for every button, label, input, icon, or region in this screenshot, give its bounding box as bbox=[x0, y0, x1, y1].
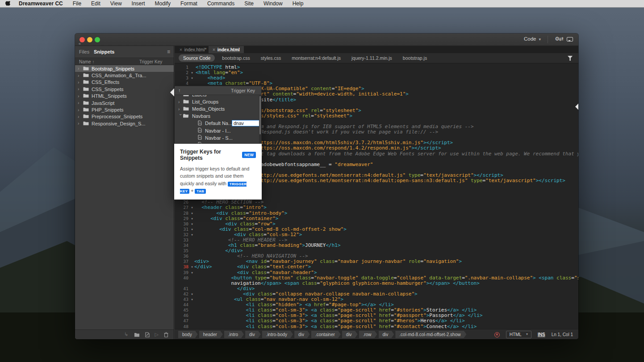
menu-dreamweaver-cc[interactable]: Dreamweaver CC bbox=[19, 0, 63, 7]
snippet-tree-row[interactable]: ›Media_Objects bbox=[175, 105, 259, 112]
panel-menu-icon[interactable]: ≡ bbox=[167, 49, 170, 55]
menu-help[interactable]: Help bbox=[293, 0, 304, 7]
chevron-right-icon[interactable]: › bbox=[78, 100, 83, 105]
fold-arrow-icon[interactable]: ▼ bbox=[188, 291, 196, 297]
fold-arrow-icon[interactable]: ▼ bbox=[188, 227, 196, 232]
doc-tab-index.html[interactable]: ×index.html bbox=[209, 46, 244, 53]
tag-selector[interactable]: .row bbox=[359, 331, 377, 338]
filter-icon[interactable] bbox=[568, 56, 573, 61]
snippet-tree-row[interactable]: ›List_Groups bbox=[175, 98, 259, 105]
chevron-right-icon[interactable]: › bbox=[78, 121, 83, 126]
menu-format[interactable]: Format bbox=[180, 0, 197, 7]
column-trigger-key[interactable]: Trigger Key bbox=[139, 59, 162, 64]
related-file-0[interactable]: Source Code bbox=[179, 54, 215, 62]
snippet-folder-row[interactable]: ›JavaScript bbox=[75, 100, 174, 106]
menu-window[interactable]: Window bbox=[263, 0, 283, 7]
hidden-panel-grip[interactable] bbox=[575, 103, 578, 110]
view-mode-dropdown[interactable]: Code▾ bbox=[524, 36, 541, 42]
menu-site[interactable]: Site bbox=[244, 0, 254, 7]
apple-icon[interactable] bbox=[5, 1, 11, 7]
tag-selector[interactable]: div bbox=[294, 331, 310, 338]
chevron-right-icon[interactable]: › bbox=[178, 107, 183, 112]
apply-snippet-icon[interactable]: ▷ bbox=[155, 332, 159, 337]
tag-selector[interactable]: .container bbox=[311, 331, 341, 338]
tag-selector[interactable]: .col-md-8.col-md-offset-2.show bbox=[395, 331, 466, 338]
window-titlebar[interactable]: Code▾ ⚙⇄ bbox=[75, 33, 578, 46]
menu-view[interactable]: View bbox=[110, 0, 122, 7]
related-file-1[interactable]: bootstrap.css bbox=[222, 55, 250, 61]
snippet-folder-row[interactable]: ›HTML_Snippets bbox=[75, 93, 174, 100]
scrollbar[interactable] bbox=[259, 95, 261, 143]
related-file-5[interactable]: bootstrap.js bbox=[403, 55, 427, 61]
menu-file[interactable]: File bbox=[73, 0, 81, 7]
close-icon[interactable]: × bbox=[180, 47, 182, 52]
doc-tab-index.html[interactable]: ×index.html* bbox=[176, 46, 210, 53]
gear-sync-icon[interactable]: ⚙⇄ bbox=[555, 36, 563, 42]
snippet-tree-row[interactable]: Navbar - I... bbox=[175, 127, 259, 134]
snippet-folder-row[interactable]: ›Bootstrap_Snippets bbox=[75, 65, 174, 72]
comment-bubble-icon[interactable] bbox=[567, 37, 573, 42]
snippet-folder-row[interactable]: ›PHP_Snippets bbox=[75, 106, 174, 113]
related-file-2[interactable]: styles.css bbox=[261, 55, 281, 61]
chevron-right-icon[interactable]: › bbox=[78, 94, 83, 99]
tag-selector[interactable]: .intro bbox=[224, 331, 244, 338]
chevron-right-icon[interactable]: › bbox=[78, 87, 83, 92]
chevron-right-icon[interactable]: › bbox=[78, 66, 83, 71]
tag-selector[interactable]: div bbox=[342, 331, 358, 338]
insert-snippet-icon[interactable]: ↳ bbox=[124, 332, 128, 337]
tag-selector[interactable]: header bbox=[199, 331, 223, 338]
snippet-tree-row[interactable]: ›Navbars bbox=[175, 112, 259, 120]
trigger-key-input[interactable] bbox=[232, 120, 260, 126]
folder-open-icon bbox=[183, 113, 192, 119]
snippet-folder-row[interactable]: ›Responsive_Design_S... bbox=[75, 120, 174, 127]
minimize-window-button[interactable] bbox=[87, 37, 92, 42]
tag-selector[interactable]: div bbox=[245, 331, 261, 338]
tab-snippets[interactable]: Snippets bbox=[94, 49, 114, 54]
snippet-folder-row[interactable]: ›CSS_Effects bbox=[75, 79, 174, 86]
chevron-down-icon[interactable]: › bbox=[178, 114, 183, 119]
snippet-folder-row[interactable]: ›Preprocessor_Snippets bbox=[75, 113, 174, 120]
trash-icon[interactable] bbox=[164, 332, 168, 337]
chevron-right-icon[interactable]: › bbox=[78, 80, 83, 85]
collapse-panel-icon[interactable]: « bbox=[79, 42, 81, 46]
sort-asc-icon: ↑ bbox=[92, 59, 94, 64]
fold-arrow-icon[interactable]: ▼ bbox=[188, 232, 196, 237]
menu-modify[interactable]: Modify bbox=[155, 0, 171, 7]
tag-selector[interactable]: .intro-body bbox=[262, 331, 293, 338]
snippet-folder-row[interactable]: ›CSS_Snippets bbox=[75, 86, 174, 92]
fold-arrow-icon[interactable]: ▼ bbox=[188, 75, 196, 81]
column-name[interactable]: Name ↑ bbox=[79, 59, 94, 64]
chevron-right-icon[interactable]: › bbox=[78, 108, 83, 112]
snippet-tree-row[interactable] bbox=[175, 141, 259, 144]
snippet-tree-row[interactable]: Default Na... bbox=[175, 120, 259, 127]
fold-arrow-icon[interactable]: ▼ bbox=[188, 70, 196, 75]
related-file-4[interactable]: jquery-1.11.2.min.js bbox=[351, 55, 392, 61]
fold-arrow-icon[interactable]: ▼ bbox=[188, 211, 196, 216]
tag-selector[interactable]: div bbox=[379, 331, 394, 338]
related-file-3[interactable]: montserrat:n4:default.js bbox=[292, 55, 341, 61]
insert-mode-toggle[interactable]: INS bbox=[538, 332, 545, 337]
up-arrow-icon[interactable]: ↑ bbox=[178, 87, 181, 93]
doctype-dropdown[interactable]: HTML ▾ bbox=[506, 331, 531, 338]
snippet-tree-row[interactable]: Navbar - S... bbox=[175, 134, 259, 141]
fold-arrow-icon[interactable]: ▼ bbox=[188, 216, 196, 221]
menu-edit[interactable]: Edit bbox=[91, 0, 100, 7]
fold-arrow-icon[interactable]: ▼ bbox=[188, 221, 196, 227]
tag-selector[interactable]: body bbox=[178, 331, 198, 338]
fold-gutter bbox=[188, 308, 196, 313]
fold-arrow-icon[interactable]: ▼ bbox=[188, 270, 196, 275]
tab-files[interactable]: Files bbox=[79, 49, 89, 54]
menu-insert[interactable]: Insert bbox=[132, 0, 145, 7]
fold-arrow-icon[interactable]: ▼ bbox=[188, 297, 196, 302]
fold-arrow-icon[interactable]: ▼ bbox=[188, 205, 196, 210]
zoom-window-button[interactable] bbox=[95, 37, 100, 42]
chevron-right-icon[interactable]: › bbox=[78, 73, 83, 78]
new-snippet-icon[interactable] bbox=[145, 332, 150, 337]
chevron-right-icon[interactable]: › bbox=[178, 100, 183, 104]
snippet-folder-row[interactable]: ›CSS_Animation_&_Tra... bbox=[75, 72, 174, 79]
menu-commands[interactable]: Commands bbox=[207, 0, 234, 7]
chevron-right-icon[interactable]: › bbox=[78, 114, 83, 119]
new-folder-icon[interactable] bbox=[134, 332, 140, 337]
close-icon[interactable]: × bbox=[213, 47, 215, 52]
error-icon[interactable]: ✕ bbox=[494, 332, 500, 337]
